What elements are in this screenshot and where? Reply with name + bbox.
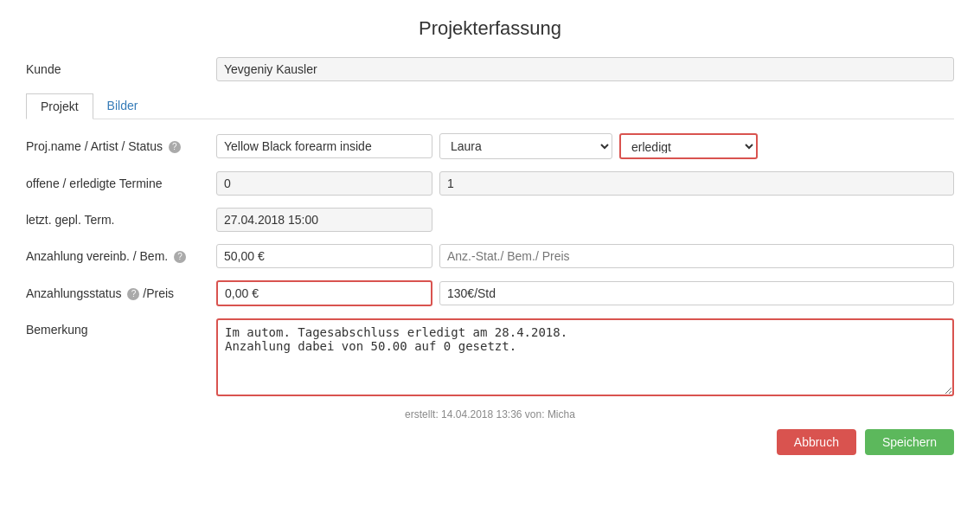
abbruch-button[interactable]: Abbruch <box>777 429 856 455</box>
bemerkung-row: Bemerkung Im autom. Tagesabschluss erled… <box>26 318 954 396</box>
kunde-label: Kunde <box>26 62 216 76</box>
bemerkung-controls: Im autom. Tagesabschluss erledigt am 28.… <box>216 318 954 396</box>
bemerkung-textarea[interactable]: Im autom. Tagesabschluss erledigt am 28.… <box>216 318 954 396</box>
bemerkung-label: Bemerkung <box>26 318 216 337</box>
tabs-row: Projekt Bilder <box>26 93 954 119</box>
anzahlungsstatus-label: Anzahlungsstatus ? /Preis <box>26 286 216 300</box>
meta-text: erstellt: 14.04.2018 13:36 von: Micha <box>26 408 954 420</box>
letzt-term-input[interactable] <box>216 208 432 232</box>
btn-row: Abbruch Speichern <box>26 429 954 455</box>
anzahlungsstatus-help-icon[interactable]: ? <box>127 288 139 300</box>
letzt-term-label: letzt. gepl. Term. <box>26 213 216 227</box>
anzahlung-controls <box>216 244 954 268</box>
tab-bilder[interactable]: Bilder <box>93 93 152 119</box>
speichern-button[interactable]: Speichern <box>865 429 954 455</box>
termine-label: offene / erledigte Termine <box>26 176 216 190</box>
kunde-row: Kunde <box>26 57 954 81</box>
kunde-input[interactable] <box>216 57 954 81</box>
status-select[interactable]: erledigt <box>619 133 758 159</box>
preis-input[interactable] <box>439 281 954 305</box>
termine-row: offene / erledigte Termine <box>26 171 954 196</box>
kunde-controls <box>216 57 954 81</box>
anzahlung-label: Anzahlung vereinb. / Bem. ? <box>26 249 216 263</box>
letzt-term-controls <box>216 208 954 232</box>
erledigte-input[interactable] <box>439 171 954 196</box>
projname-help-icon[interactable]: ? <box>169 141 181 153</box>
projname-label: Proj.name / Artist / Status ? <box>26 139 216 153</box>
anzahlung-input[interactable] <box>216 244 432 268</box>
anzahlung-help-icon[interactable]: ? <box>174 251 186 263</box>
anzahlungsstatus-input[interactable] <box>216 280 432 306</box>
anzahlungsstatus-row: Anzahlungsstatus ? /Preis <box>26 280 954 306</box>
tab-projekt[interactable]: Projekt <box>26 93 93 119</box>
page-container: Projekterfassung Kunde Projekt Bilder Pr… <box>0 0 980 472</box>
letzt-term-row: letzt. gepl. Term. <box>26 208 954 232</box>
anzahlungsstatus-controls <box>216 280 954 306</box>
offene-input[interactable] <box>216 171 432 196</box>
anzahlung-bem-input[interactable] <box>439 244 954 268</box>
page-title: Projekterfassung <box>26 17 954 40</box>
projname-row: Proj.name / Artist / Status ? Laura erle… <box>26 133 954 159</box>
termine-controls <box>216 171 954 196</box>
artist-select[interactable]: Laura <box>439 133 612 159</box>
projname-controls: Laura erledigt <box>216 133 954 159</box>
projname-input[interactable] <box>216 134 432 158</box>
anzahlung-row: Anzahlung vereinb. / Bem. ? <box>26 244 954 268</box>
